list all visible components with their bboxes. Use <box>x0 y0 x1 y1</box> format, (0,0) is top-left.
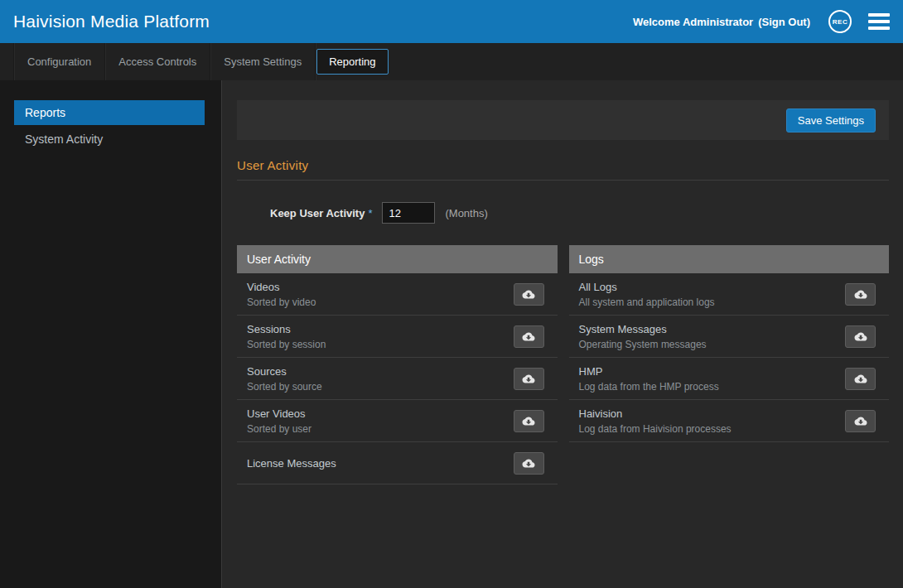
report-title: Sessions <box>247 323 326 335</box>
report-row: All LogsAll system and application logs <box>569 273 890 316</box>
report-subtitle: All system and application logs <box>579 296 715 308</box>
report-row: User VideosSorted by user <box>237 400 558 442</box>
page-title: User Activity <box>237 158 889 172</box>
report-row-text: HMPLog data from the HMP process <box>579 365 719 393</box>
panels: User ActivityVideosSorted by videoSessio… <box>237 245 889 484</box>
report-row: HMPLog data from the HMP process <box>569 358 890 400</box>
report-row-text: HaivisionLog data from Haivision process… <box>579 407 732 435</box>
sidebar-item-reports[interactable]: Reports <box>14 100 205 125</box>
nav-separator <box>104 43 105 80</box>
report-row-text: System MessagesOperating System messages <box>579 323 707 350</box>
menu-icon[interactable] <box>867 8 891 35</box>
top-bar: Haivision Media Platform Welcome Adminis… <box>0 0 903 43</box>
report-row: System MessagesOperating System messages <box>569 316 890 358</box>
required-mark: * <box>368 207 372 219</box>
cloud-download-icon <box>853 415 868 427</box>
months-unit-label: (Months) <box>445 207 487 219</box>
nav-tabs: ConfigurationAccess ControlsSystem Setti… <box>0 43 903 80</box>
report-title: System Messages <box>579 323 707 335</box>
sign-out-link[interactable]: (Sign Out) <box>758 16 810 28</box>
report-title: All Logs <box>579 281 715 293</box>
app-window: Haivision Media Platform Welcome Adminis… <box>0 0 903 588</box>
welcome-text: Welcome Administrator <box>633 16 753 28</box>
cloud-download-icon <box>521 415 536 427</box>
cloud-download-icon <box>521 288 536 301</box>
report-subtitle: Sorted by source <box>247 381 322 393</box>
cloud-download-icon <box>853 373 868 385</box>
sidebar-item-system-activity[interactable]: System Activity <box>14 127 205 152</box>
panel-logs: LogsAll LogsAll system and application l… <box>569 245 890 442</box>
report-row-text: SessionsSorted by session <box>247 323 326 350</box>
report-row: HaivisionLog data from Haivision process… <box>569 400 890 442</box>
cloud-download-icon <box>853 288 868 301</box>
save-settings-button[interactable]: Save Settings <box>786 108 876 133</box>
download-button[interactable] <box>514 368 544 390</box>
tab-configuration[interactable]: Configuration <box>15 49 104 75</box>
report-title: Videos <box>247 281 316 293</box>
report-row-text: User VideosSorted by user <box>247 407 311 435</box>
report-title: License Messages <box>247 457 336 470</box>
top-bar-right: Welcome Administrator (Sign Out) REC <box>633 8 891 35</box>
download-button[interactable] <box>514 283 544 306</box>
report-row-text: SourcesSorted by source <box>247 365 322 393</box>
download-button[interactable] <box>514 325 544 348</box>
panel-user-activity: User ActivityVideosSorted by videoSessio… <box>237 245 558 484</box>
report-subtitle: Sorted by user <box>247 423 311 435</box>
keep-user-activity-input[interactable] <box>382 202 435 224</box>
settings-toolbar: Save Settings <box>237 100 889 140</box>
report-row: SessionsSorted by session <box>237 316 558 358</box>
report-title: User Videos <box>247 407 311 420</box>
report-subtitle: Sorted by session <box>247 339 326 350</box>
tab-system-settings[interactable]: System Settings <box>211 49 314 75</box>
cloud-download-icon <box>521 373 536 385</box>
report-row-text: License Messages <box>247 457 336 470</box>
nav-separator <box>315 43 316 80</box>
download-button[interactable] <box>845 410 876 432</box>
panel-title: Logs <box>569 245 890 273</box>
report-title: Sources <box>247 365 322 378</box>
download-button[interactable] <box>514 452 544 475</box>
nav-separator <box>210 43 210 80</box>
download-button[interactable] <box>845 368 876 390</box>
download-button[interactable] <box>845 325 876 348</box>
keep-user-activity-row: Keep User Activity * (Months) <box>270 202 889 224</box>
tab-reporting[interactable]: Reporting <box>316 49 388 75</box>
section-header: User Activity <box>237 158 889 181</box>
rec-button[interactable]: REC <box>828 10 852 33</box>
report-title: HMP <box>579 365 719 378</box>
download-button[interactable] <box>514 410 544 432</box>
report-subtitle: Operating System messages <box>579 339 707 350</box>
report-row: License Messages <box>237 442 558 484</box>
report-title: Haivision <box>579 407 732 420</box>
keep-user-activity-label: Keep User Activity <box>270 207 365 219</box>
report-subtitle: Log data from the HMP process <box>579 381 719 393</box>
report-row: VideosSorted by video <box>237 273 558 316</box>
download-button[interactable] <box>845 283 876 306</box>
report-row: SourcesSorted by source <box>237 358 558 400</box>
cloud-download-icon <box>521 330 536 343</box>
cloud-download-icon <box>853 330 868 343</box>
brand-logo: Haivision Media Platform <box>13 12 210 31</box>
nav-separator <box>13 43 14 80</box>
panel-title: User Activity <box>237 245 558 273</box>
content-area: ReportsSystem Activity Save Settings Use… <box>0 80 903 588</box>
sidebar-list: ReportsSystem Activity <box>0 80 222 588</box>
report-subtitle: Sorted by video <box>247 296 316 308</box>
tab-access-controls[interactable]: Access Controls <box>106 49 209 75</box>
report-subtitle: Log data from Haivision processes <box>579 423 732 435</box>
main-panel: Save Settings User Activity Keep User Ac… <box>222 80 903 588</box>
report-row-text: All LogsAll system and application logs <box>579 281 715 308</box>
report-row-text: VideosSorted by video <box>247 281 316 308</box>
cloud-download-icon <box>521 457 536 470</box>
